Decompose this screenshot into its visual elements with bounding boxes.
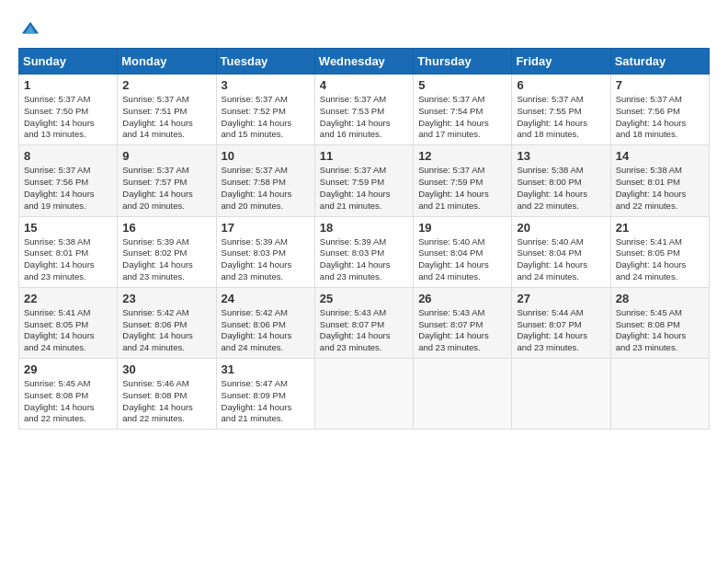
logo <box>18 18 40 39</box>
day-cell: 27Sunrise: 5:44 AMSunset: 8:07 PMDayligh… <box>512 287 610 358</box>
day-cell <box>610 359 709 430</box>
day-cell: 15Sunrise: 5:38 AMSunset: 8:01 PMDayligh… <box>19 216 118 287</box>
day-number: 23 <box>122 292 210 305</box>
day-number: 10 <box>222 149 310 163</box>
day-number: 29 <box>24 362 112 376</box>
day-info: Sunrise: 5:37 AMSunset: 7:56 PMDaylight:… <box>24 165 112 212</box>
day-number: 1 <box>24 78 112 92</box>
day-number: 13 <box>517 149 605 163</box>
day-info: Sunrise: 5:40 AMSunset: 8:04 PMDaylight:… <box>517 236 605 283</box>
day-info: Sunrise: 5:43 AMSunset: 8:07 PMDaylight:… <box>418 307 506 354</box>
day-info: Sunrise: 5:37 AMSunset: 7:52 PMDaylight:… <box>222 94 310 141</box>
day-number: 16 <box>122 221 210 235</box>
day-info: Sunrise: 5:38 AMSunset: 8:01 PMDaylight:… <box>616 165 704 212</box>
day-cell: 16Sunrise: 5:39 AMSunset: 8:02 PMDayligh… <box>118 216 216 287</box>
day-cell: 30Sunrise: 5:46 AMSunset: 8:08 PMDayligh… <box>118 359 216 430</box>
day-cell: 12Sunrise: 5:37 AMSunset: 7:59 PMDayligh… <box>414 145 512 216</box>
day-info: Sunrise: 5:37 AMSunset: 7:58 PMDaylight:… <box>222 165 310 212</box>
day-cell: 7Sunrise: 5:37 AMSunset: 7:56 PMDaylight… <box>610 75 709 145</box>
day-number: 15 <box>24 221 112 235</box>
day-info: Sunrise: 5:45 AMSunset: 8:08 PMDaylight:… <box>24 378 112 425</box>
header-saturday: Saturday <box>610 49 709 75</box>
day-number: 31 <box>222 362 310 376</box>
day-number: 21 <box>616 221 704 235</box>
day-number: 3 <box>222 78 310 92</box>
day-number: 2 <box>122 78 210 92</box>
day-cell: 28Sunrise: 5:45 AMSunset: 8:08 PMDayligh… <box>610 287 709 358</box>
day-cell: 10Sunrise: 5:37 AMSunset: 7:58 PMDayligh… <box>216 145 314 216</box>
day-info: Sunrise: 5:44 AMSunset: 8:07 PMDaylight:… <box>517 307 605 354</box>
day-number: 19 <box>418 221 506 235</box>
day-cell: 14Sunrise: 5:38 AMSunset: 8:01 PMDayligh… <box>610 145 709 216</box>
day-info: Sunrise: 5:37 AMSunset: 7:59 PMDaylight:… <box>320 165 408 212</box>
day-info: Sunrise: 5:38 AMSunset: 8:00 PMDaylight:… <box>517 165 605 212</box>
day-cell: 9Sunrise: 5:37 AMSunset: 7:57 PMDaylight… <box>118 145 216 216</box>
day-info: Sunrise: 5:37 AMSunset: 7:55 PMDaylight:… <box>517 94 605 141</box>
day-info: Sunrise: 5:45 AMSunset: 8:08 PMDaylight:… <box>616 307 704 354</box>
day-cell: 23Sunrise: 5:42 AMSunset: 8:06 PMDayligh… <box>118 287 216 358</box>
day-info: Sunrise: 5:37 AMSunset: 7:57 PMDaylight:… <box>122 165 210 212</box>
header-thursday: Thursday <box>414 49 512 75</box>
header-friday: Friday <box>512 49 610 75</box>
day-number: 8 <box>24 149 112 163</box>
day-info: Sunrise: 5:39 AMSunset: 8:03 PMDaylight:… <box>320 236 408 283</box>
day-cell: 21Sunrise: 5:41 AMSunset: 8:05 PMDayligh… <box>610 216 709 287</box>
day-cell: 22Sunrise: 5:41 AMSunset: 8:05 PMDayligh… <box>19 287 118 358</box>
day-info: Sunrise: 5:37 AMSunset: 7:50 PMDaylight:… <box>24 94 112 141</box>
day-cell <box>314 359 413 430</box>
day-cell: 24Sunrise: 5:42 AMSunset: 8:06 PMDayligh… <box>216 287 314 358</box>
day-cell: 1Sunrise: 5:37 AMSunset: 7:50 PMDaylight… <box>19 75 118 145</box>
day-cell: 5Sunrise: 5:37 AMSunset: 7:54 PMDaylight… <box>414 75 512 145</box>
header-monday: Monday <box>118 49 216 75</box>
week-row-0: 1Sunrise: 5:37 AMSunset: 7:50 PMDaylight… <box>19 75 710 145</box>
day-cell: 8Sunrise: 5:37 AMSunset: 7:56 PMDaylight… <box>19 145 118 216</box>
day-cell: 4Sunrise: 5:37 AMSunset: 7:53 PMDaylight… <box>314 75 413 145</box>
day-number: 25 <box>320 292 408 305</box>
day-cell: 20Sunrise: 5:40 AMSunset: 8:04 PMDayligh… <box>512 216 610 287</box>
day-cell <box>512 359 610 430</box>
day-number: 20 <box>517 221 605 235</box>
day-info: Sunrise: 5:39 AMSunset: 8:03 PMDaylight:… <box>222 236 310 283</box>
header-row: SundayMondayTuesdayWednesdayThursdayFrid… <box>19 49 710 75</box>
day-cell: 26Sunrise: 5:43 AMSunset: 8:07 PMDayligh… <box>414 287 512 358</box>
day-number: 24 <box>222 292 310 305</box>
day-info: Sunrise: 5:46 AMSunset: 8:08 PMDaylight:… <box>122 378 210 425</box>
day-cell: 17Sunrise: 5:39 AMSunset: 8:03 PMDayligh… <box>216 216 314 287</box>
day-number: 4 <box>320 78 408 92</box>
day-number: 26 <box>418 292 506 305</box>
day-cell: 13Sunrise: 5:38 AMSunset: 8:00 PMDayligh… <box>512 145 610 216</box>
day-info: Sunrise: 5:41 AMSunset: 8:05 PMDaylight:… <box>24 307 112 354</box>
day-cell: 6Sunrise: 5:37 AMSunset: 7:55 PMDaylight… <box>512 75 610 145</box>
day-number: 14 <box>616 149 704 163</box>
day-number: 11 <box>320 149 408 163</box>
week-row-4: 29Sunrise: 5:45 AMSunset: 8:08 PMDayligh… <box>19 359 710 430</box>
day-cell: 2Sunrise: 5:37 AMSunset: 7:51 PMDaylight… <box>118 75 216 145</box>
day-info: Sunrise: 5:37 AMSunset: 7:54 PMDaylight:… <box>418 94 506 141</box>
day-number: 5 <box>418 78 506 92</box>
calendar-table: SundayMondayTuesdayWednesdayThursdayFrid… <box>18 48 710 430</box>
day-number: 28 <box>616 292 704 305</box>
header-sunday: Sunday <box>19 49 118 75</box>
day-number: 17 <box>222 221 310 235</box>
day-info: Sunrise: 5:37 AMSunset: 7:53 PMDaylight:… <box>320 94 408 141</box>
header-tuesday: Tuesday <box>216 49 314 75</box>
day-info: Sunrise: 5:47 AMSunset: 8:09 PMDaylight:… <box>222 378 310 425</box>
header-wednesday: Wednesday <box>314 49 413 75</box>
day-number: 30 <box>122 362 210 376</box>
day-cell: 3Sunrise: 5:37 AMSunset: 7:52 PMDaylight… <box>216 75 314 145</box>
day-cell: 29Sunrise: 5:45 AMSunset: 8:08 PMDayligh… <box>19 359 118 430</box>
logo-icon <box>20 18 40 39</box>
day-cell: 18Sunrise: 5:39 AMSunset: 8:03 PMDayligh… <box>314 216 413 287</box>
day-info: Sunrise: 5:42 AMSunset: 8:06 PMDaylight:… <box>122 307 210 354</box>
day-info: Sunrise: 5:41 AMSunset: 8:05 PMDaylight:… <box>616 236 704 283</box>
day-number: 6 <box>517 78 605 92</box>
day-cell: 11Sunrise: 5:37 AMSunset: 7:59 PMDayligh… <box>314 145 413 216</box>
day-cell: 25Sunrise: 5:43 AMSunset: 8:07 PMDayligh… <box>314 287 413 358</box>
day-number: 7 <box>616 78 704 92</box>
day-number: 9 <box>122 149 210 163</box>
day-info: Sunrise: 5:40 AMSunset: 8:04 PMDaylight:… <box>418 236 506 283</box>
day-number: 18 <box>320 221 408 235</box>
day-info: Sunrise: 5:38 AMSunset: 8:01 PMDaylight:… <box>24 236 112 283</box>
week-row-3: 22Sunrise: 5:41 AMSunset: 8:05 PMDayligh… <box>19 287 710 358</box>
day-number: 12 <box>418 149 506 163</box>
